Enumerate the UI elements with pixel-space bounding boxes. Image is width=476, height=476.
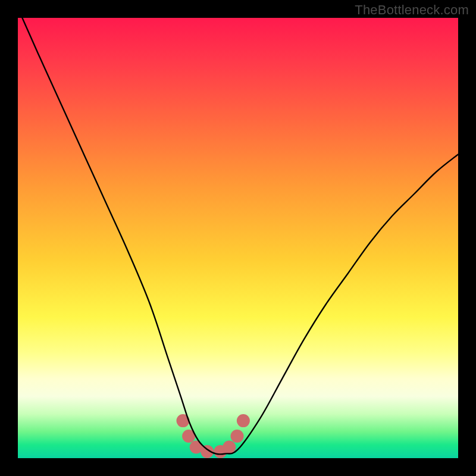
marker-dot <box>237 414 250 427</box>
bottleneck-curve <box>22 18 458 455</box>
chart-frame: TheBottleneck.com <box>0 0 476 476</box>
marker-dot <box>223 441 236 454</box>
chart-svg <box>18 18 458 458</box>
marker-dot <box>231 430 244 443</box>
sweet-spot-markers <box>177 414 250 458</box>
watermark-text: TheBottleneck.com <box>355 2 469 18</box>
chart-plot-area <box>18 18 458 458</box>
